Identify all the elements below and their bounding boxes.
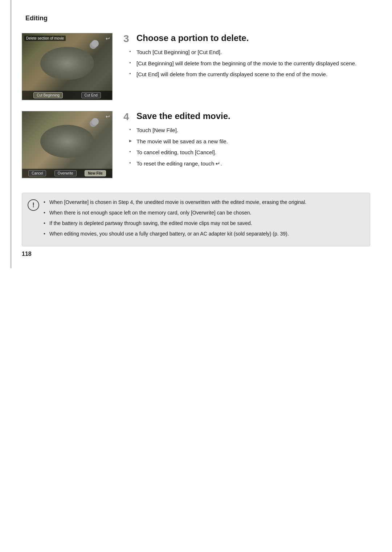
cut-beginning-btn[interactable]: Cut Beginning: [33, 92, 63, 98]
step3-bullet-1: Touch [Cut Beginning] or [Cut End].: [129, 48, 370, 57]
step4-bullets: Touch [New File]. The movie will be save…: [123, 126, 370, 168]
step4-image: ↩ Cancel Overwrite New File: [22, 111, 113, 178]
new-file-btn[interactable]: New File: [85, 170, 106, 176]
step3-bottom-bar: Cut Beginning Cut End: [22, 91, 112, 100]
content-area: Delete section of movie ↩ Cut Beginning …: [22, 33, 370, 246]
note-item-4: When editing movies, you should use a fu…: [44, 230, 363, 238]
step3-header: 3 Choose a portion to delete.: [123, 33, 370, 44]
notes-list: When [Overwrite] is chosen in Step 4, th…: [44, 199, 363, 238]
cut-end-btn[interactable]: Cut End: [81, 92, 101, 98]
step4-bullet-4: To reset the editing range, touch ↵.: [129, 160, 370, 168]
step3-image: Delete section of movie ↩ Cut Beginning …: [22, 33, 113, 100]
step3-title: Choose a portion to delete.: [136, 33, 249, 44]
step4-bottom-bar: Cancel Overwrite New File: [22, 169, 112, 178]
step3-image-bg: [22, 33, 112, 100]
step3-section: Delete section of movie ↩ Cut Beginning …: [22, 33, 370, 100]
overwrite-btn[interactable]: Overwrite: [54, 170, 77, 176]
step4-title: Save the edited movie.: [136, 111, 230, 122]
step3-back-icon: ↩: [106, 36, 110, 41]
step3-bullets: Touch [Cut Beginning] or [Cut End]. [Cut…: [123, 48, 370, 79]
step3-content: 3 Choose a portion to delete. Touch [Cut…: [123, 33, 370, 82]
warning-icon: !: [28, 199, 39, 211]
step4-bullet-1: Touch [New File].: [129, 126, 370, 135]
note-item-2: When there is not enough space left on t…: [44, 209, 363, 217]
step4-header: 4 Save the edited movie.: [123, 111, 370, 122]
page-header: Editing: [22, 15, 370, 22]
step3-number: 3: [123, 34, 134, 44]
step4-image-bg: [22, 111, 112, 178]
step3-image-label: Delete section of movie: [24, 36, 66, 41]
step4-content: 4 Save the edited movie. Touch [New File…: [123, 111, 370, 171]
notes-box: ! When [Overwrite] is chosen in Step 4, …: [22, 193, 370, 246]
left-border-accent: [10, 0, 12, 268]
step4-section: ↩ Cancel Overwrite New File 4 Save the e…: [22, 111, 370, 178]
note-item-1: When [Overwrite] is chosen in Step 4, th…: [44, 199, 363, 206]
step4-bullet-3: To cancel editing, touch [Cancel].: [129, 148, 370, 157]
note-item-3: If the battery is depleted partway throu…: [44, 220, 363, 227]
step4-number: 4: [123, 112, 134, 122]
step4-bullet-2: The movie will be saved as a new file.: [129, 138, 370, 146]
notes-content: When [Overwrite] is chosen in Step 4, th…: [44, 199, 363, 241]
step3-bullet-2: [Cut Beginning] will delete from the beg…: [129, 60, 370, 68]
step4-back-icon: ↩: [106, 114, 110, 119]
page-title: Editing: [25, 15, 48, 22]
page-number: 118: [22, 251, 32, 257]
step3-bullet-3: [Cut End] will delete from the currently…: [129, 70, 370, 79]
cancel-btn[interactable]: Cancel: [28, 170, 46, 176]
